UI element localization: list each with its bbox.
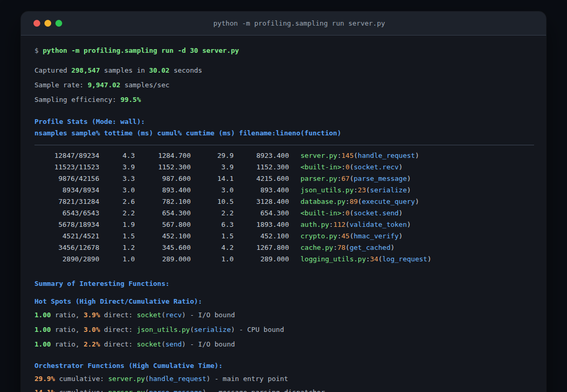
open-paren: ( (354, 152, 358, 159)
cell-nsamples: 9876/42156 (34, 173, 99, 185)
hotspot-line: 1.00 ratio, 2.2% direct: socket(send) - … (34, 339, 546, 350)
close-paren: ) (182, 340, 186, 348)
cell-cumul-pct: 10.5 (191, 196, 234, 207)
file-name: logging_utils.py (300, 255, 366, 263)
role-note: - main entry point (211, 375, 288, 383)
cell-tottime: 289.000 (135, 253, 191, 265)
cell-nsamples: 4521/4521 (34, 230, 99, 242)
cell-cumtime: 654.300 (234, 207, 289, 219)
cell-cumtime: 3128.400 (234, 196, 289, 207)
function-name: send (166, 340, 182, 348)
bound-note: - I/O bound (186, 340, 235, 348)
function-name: serialize (194, 326, 230, 333)
close-paren: ) (415, 198, 419, 205)
line-number: 34 (370, 255, 378, 263)
close-paren: ) (231, 326, 235, 333)
line-number: 67 (341, 175, 350, 182)
rate-unit: samples/sec (120, 81, 169, 89)
cell-tottime: 1152.300 (135, 162, 191, 173)
terminal-titlebar: python -m profiling.sampling run server.… (21, 11, 546, 36)
function-name: socket.send (354, 209, 399, 217)
cell-function: cache.py:78(get_cached) (289, 244, 395, 251)
efficiency-line: Sampling efficiency: 99.5% (34, 94, 546, 106)
cell-function: server.py:145(handle_request) (289, 152, 419, 159)
line-number: 0 (345, 163, 350, 171)
cell-sample-pct: 1.9 (99, 219, 135, 230)
cell-nsamples: 11523/11523 (34, 162, 99, 173)
ratio-value: 1.00 (34, 311, 51, 319)
cell-function: <built-in>:0(socket.send) (289, 209, 403, 217)
file-name: socket (137, 340, 161, 348)
file-name: json_utils.py (137, 326, 190, 333)
open-paren: ( (145, 388, 149, 392)
cell-function: database.py:89(execute_query) (289, 198, 419, 205)
file-name: json_utils.py (300, 186, 354, 194)
open-paren: ( (145, 375, 149, 383)
close-paren: ) (182, 311, 186, 319)
function-name: recv (166, 311, 182, 319)
cell-cumtime: 452.100 (234, 230, 289, 242)
cell-tottime: 452.100 (135, 230, 191, 242)
table-row: 5678/189341.9567.8006.31893.400auth.py:1… (34, 219, 546, 230)
open-paren: ( (161, 340, 166, 348)
line-number: 0 (345, 209, 350, 217)
function-name: get_cached (350, 244, 390, 251)
captured-suffix: seconds (169, 66, 202, 74)
captured-mid: samples in (100, 66, 149, 74)
cell-cumul-pct: 14.1 (191, 173, 234, 185)
rate-label: Sample rate: (34, 81, 88, 89)
close-paren: ) (399, 209, 403, 217)
close-button[interactable] (33, 20, 40, 27)
profile-stats-title: Profile Stats (Mode: wall): (34, 116, 546, 128)
terminal-window: python -m profiling.sampling run server.… (21, 11, 546, 392)
cell-function: crypto.py:45(hmac_verify) (289, 232, 403, 240)
orchestrator-title: Orchestrator Functions (High Cumulative … (34, 360, 546, 372)
cell-cumul-pct: 6.3 (191, 219, 234, 230)
table-row: 7821/312842.6782.10010.53128.400database… (34, 196, 546, 207)
cell-nsamples: 5678/18934 (34, 219, 99, 230)
samples-count: 298,547 (71, 66, 100, 74)
colon: : (366, 255, 370, 263)
cell-nsamples: 2890/2890 (34, 253, 99, 265)
function-name: hmac_verify (354, 232, 399, 240)
direct-label: direct: (100, 311, 136, 319)
cell-nsamples: 6543/6543 (34, 207, 99, 219)
file-name: server.py (300, 152, 337, 159)
cell-cumtime: 8923.400 (234, 150, 289, 162)
close-paren: ) (415, 152, 419, 159)
cell-sample-pct: 1.2 (99, 242, 135, 253)
cell-cumul-pct: 2.2 (191, 207, 234, 219)
cell-tottime: 893.400 (135, 185, 191, 196)
colon: : (329, 221, 333, 228)
file-name: parser.py (300, 175, 337, 182)
close-paren: ) (427, 255, 432, 263)
cell-nsamples: 7821/31284 (34, 196, 99, 207)
file-name: auth.py (300, 221, 329, 228)
cell-tottime: 782.100 (135, 196, 191, 207)
open-paren: ( (350, 163, 354, 171)
cell-sample-pct: 2.6 (99, 196, 135, 207)
close-paren: ) (390, 244, 395, 251)
function-name: parse_message (149, 388, 202, 392)
line-number: 78 (337, 244, 345, 251)
minimize-button[interactable] (44, 20, 51, 27)
cell-cumtime: 1267.800 (234, 242, 289, 253)
table-row: 4521/45211.5452.1001.5452.100crypto.py:4… (34, 230, 546, 242)
open-paren: ( (161, 311, 166, 319)
direct-pct: 3.0% (84, 326, 100, 333)
direct-pct: 3.9% (84, 311, 100, 319)
captured-label: Captured (34, 66, 71, 74)
ratio-label: ratio, (51, 340, 84, 348)
file-name: server.py (108, 375, 145, 383)
direct-pct: 2.2% (84, 340, 100, 348)
cell-cumtime: 893.400 (234, 185, 289, 196)
open-paren: ( (350, 209, 354, 217)
command-text: python -m profiling.sampling run -d 30 s… (43, 47, 239, 54)
cell-tottime: 987.600 (135, 173, 191, 185)
terminal-output: $ python -m profiling.sampling run -d 30… (21, 36, 546, 392)
maximize-button[interactable] (55, 20, 62, 27)
cell-function: parser.py:67(parse_message) (289, 175, 411, 182)
function-name: execute_query (362, 198, 415, 205)
cell-cumtime: 1893.400 (234, 219, 289, 230)
ratio-label: ratio, (51, 326, 84, 333)
